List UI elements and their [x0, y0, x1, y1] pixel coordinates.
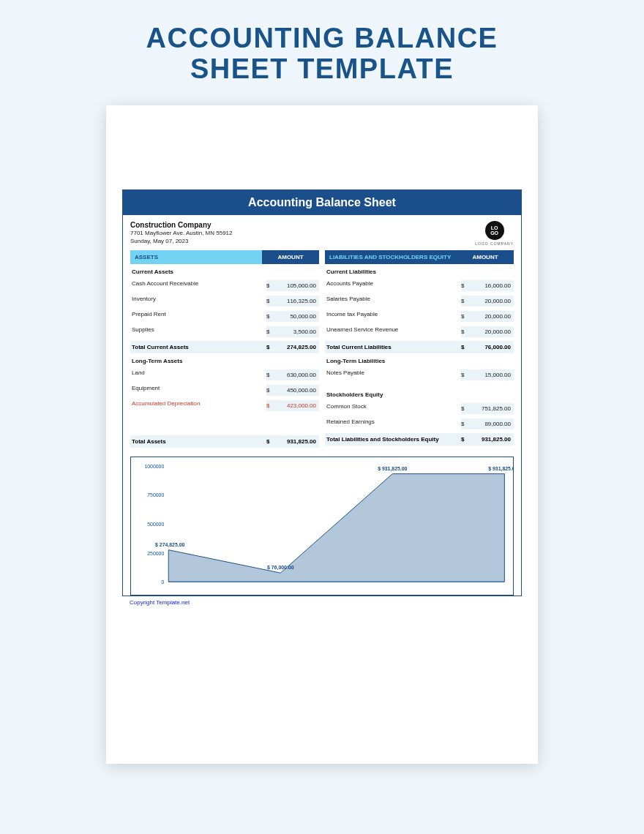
currency-symbol: $ [461, 326, 470, 337]
row-value: 20,000.00 [470, 326, 514, 337]
balance-chart: 02500005000007500001000000$ 274,825.00$ … [131, 457, 513, 595]
total-assets-value: 931,825.00 [275, 438, 319, 445]
current-liab-title: Current Liabilities [325, 264, 514, 278]
table-row: Unearned Service Revenue$20,000.00 [325, 324, 514, 339]
svg-text:$ 931,825.00: $ 931,825.00 [378, 465, 407, 471]
row-value: 50,000.00 [275, 311, 319, 322]
liab-amount-header: AMOUNT [457, 250, 514, 264]
logo-subtext: LOGO COMPANY [475, 241, 514, 246]
currency-symbol: $ [461, 369, 470, 380]
row-value: 751,825.00 [470, 403, 514, 414]
total-current-assets-value: 274,825.00 [275, 344, 319, 350]
logo-text-top: LO [491, 225, 498, 230]
company-date: Sunday, May 07, 2023 [130, 237, 233, 245]
total-liab-equity-value: 931,825.00 [470, 436, 514, 443]
currency-symbol: $ [266, 344, 275, 350]
svg-text:750000: 750000 [147, 492, 164, 497]
total-current-liab-value: 76,000.00 [470, 344, 514, 350]
page-title: ACCOUNTING BALANCE SHEET TEMPLATE [0, 0, 644, 85]
company-name: Construction Company [130, 221, 233, 229]
assets-header: ASSETS [130, 250, 262, 264]
logo-icon: LO GO [485, 221, 504, 240]
row-value: 450,000.00 [275, 385, 319, 396]
table-row: Equipment$450,000.00 [130, 383, 319, 398]
svg-text:$ 931,825.00: $ 931,825.00 [488, 465, 513, 471]
row-value: 105,000.00 [275, 280, 319, 291]
company-block: Construction Company 7701 Mayflower Ave.… [130, 221, 233, 245]
row-label: Equipment [130, 385, 266, 396]
row-value: 423,000.00 [275, 400, 319, 411]
table-row: Retained Earnings$89,000.00 [325, 416, 514, 432]
row-value: 116,325.00 [275, 296, 319, 307]
table-row: Cash Account Receivable$105,000.00 [130, 278, 319, 293]
currency-symbol: $ [461, 311, 470, 322]
currency-symbol: $ [461, 436, 470, 443]
row-label: Income tax Payable [325, 311, 461, 322]
currency-symbol: $ [266, 296, 275, 307]
assets-column: ASSETS AMOUNT Current Assets Cash Accoun… [130, 250, 319, 448]
table-row: Inventory$116,325.00 [130, 293, 319, 309]
row-label: Salaries Payable [325, 296, 461, 307]
row-label: Accounts Payable [325, 280, 461, 291]
row-label: Land [130, 369, 266, 380]
currency-symbol: $ [266, 311, 275, 322]
svg-text:250000: 250000 [147, 550, 164, 555]
table-row: Supplies$3,500.00 [130, 324, 319, 339]
table-row: Common Stock$751,825.00 [325, 401, 514, 416]
currency-symbol: $ [461, 344, 470, 350]
table-row: Salaries Payable$20,000.00 [325, 293, 514, 309]
total-assets-row: Total Assets $ 931,825.00 [130, 435, 319, 448]
row-value: 20,000.00 [470, 296, 514, 307]
table-row: Income tax Payable$20,000.00 [325, 309, 514, 324]
page-title-line1: ACCOUNTING BALANCE [0, 23, 644, 54]
total-current-liab-row: Total Current Liabilities $ 76,000.00 [325, 341, 514, 353]
tables-wrap: ASSETS AMOUNT Current Assets Cash Accoun… [123, 250, 521, 454]
row-value: 15,000.00 [470, 369, 514, 380]
row-value: 20,000.00 [470, 311, 514, 322]
table-row: Accounts Payable$16,000.00 [325, 278, 514, 293]
row-label: Supplies [130, 326, 266, 337]
total-current-liab-label: Total Current Liabilities [325, 344, 461, 350]
assets-amount-header: AMOUNT [262, 250, 319, 264]
currency-symbol: $ [266, 400, 275, 411]
liab-header-row: LIABILITIES AND STOCKHOLDERS EQUITY AMOU… [325, 250, 514, 264]
total-current-assets-label: Total Current Assets [130, 344, 266, 350]
row-label: Unearned Service Revenue [325, 326, 461, 337]
svg-text:500000: 500000 [147, 522, 164, 527]
currency-symbol: $ [461, 418, 470, 429]
row-value: 630,000.00 [275, 369, 319, 380]
row-value: 16,000.00 [470, 280, 514, 291]
table-row: Land$630,000.00 [130, 367, 319, 383]
table-row: Prepaid Rent$50,000.00 [130, 309, 319, 324]
svg-text:$ 76,000.00: $ 76,000.00 [267, 565, 294, 571]
current-assets-title: Current Assets [130, 264, 319, 278]
equity-title: Stockholders Equity [325, 387, 514, 401]
currency-symbol: $ [266, 438, 275, 445]
row-label: Retained Earnings [325, 418, 461, 429]
longterm-liab-title: Long-Term Liabilities [325, 353, 514, 367]
row-label: Prepaid Rent [130, 311, 266, 322]
total-liab-equity-label: Total Liabilities and Stockholders Equit… [325, 436, 461, 443]
chart-box: 02500005000007500001000000$ 274,825.00$ … [130, 457, 514, 596]
longterm-assets-title: Long-Term Assets [130, 353, 319, 367]
row-value: 89,000.00 [470, 418, 514, 429]
currency-symbol: $ [266, 280, 275, 291]
row-label: Accumulated Depreciation [130, 400, 266, 411]
total-liab-equity-row: Total Liabilities and Stockholders Equit… [325, 433, 514, 446]
footer-link[interactable]: Copyright Template.net [122, 596, 522, 606]
row-label: Inventory [130, 296, 266, 307]
svg-text:0: 0 [161, 579, 164, 585]
row-label: Common Stock [325, 403, 461, 414]
total-current-assets-row: Total Current Assets $ 274,825.00 [130, 341, 319, 353]
currency-symbol: $ [461, 403, 470, 414]
logo-badge: LO GO LOGO COMPANY [475, 221, 514, 246]
logo-text-bottom: GO [490, 230, 498, 236]
page-title-line2: SHEET TEMPLATE [0, 54, 644, 85]
liabilities-column: LIABILITIES AND STOCKHOLDERS EQUITY AMOU… [325, 250, 514, 448]
row-value: 3,500.00 [275, 326, 319, 337]
currency-symbol: $ [461, 296, 470, 307]
table-row: Notes Payable$15,000.00 [325, 367, 514, 383]
table-row: Accumulated Depreciation$423,000.00 [130, 398, 319, 413]
total-assets-label: Total Assets [130, 438, 266, 445]
doc-header: Accounting Balance Sheet [123, 190, 521, 215]
